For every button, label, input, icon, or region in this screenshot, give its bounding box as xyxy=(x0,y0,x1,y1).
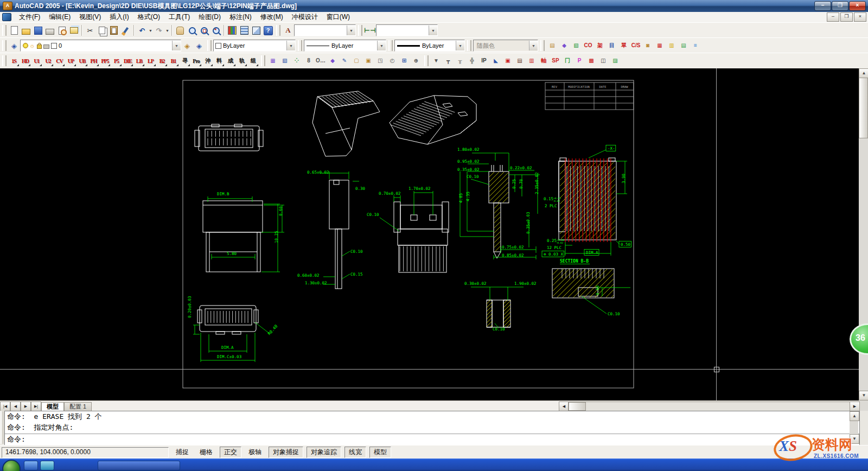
hscroll-thumb[interactable] xyxy=(569,402,586,411)
copy-icon[interactable] xyxy=(96,24,108,36)
menu-工具(T)[interactable]: 工具(T) xyxy=(164,12,194,22)
toolbar-grip[interactable] xyxy=(424,55,429,66)
menu-窗口(W)[interactable]: 窗口(W) xyxy=(322,12,354,22)
punch-tool-0[interactable]: ▼ xyxy=(430,55,442,67)
tool-CV[interactable]: CV xyxy=(54,55,65,67)
menu-文件(F)[interactable]: 文件(F) xyxy=(15,12,44,22)
object-tool-9[interactable]: ▦ xyxy=(654,40,666,52)
scroll-up-icon[interactable]: ▲ xyxy=(859,68,868,78)
draw-tool-0[interactable]: ▦ xyxy=(267,55,279,67)
object-tool-6[interactable]: 單 xyxy=(618,40,630,52)
object-tool-8[interactable]: ◙ xyxy=(642,40,654,52)
menu-插入(I)[interactable]: 插入(I) xyxy=(105,12,133,22)
draw-tool-1[interactable]: ▧ xyxy=(279,55,291,67)
punch-tool-6[interactable]: ▣ xyxy=(502,55,514,67)
undo-dropdown-icon[interactable]: ▼ xyxy=(148,24,153,36)
help-icon[interactable]: ? xyxy=(262,24,274,36)
chevron-down-icon[interactable]: ▼ xyxy=(286,41,295,50)
tool-组[interactable]: 组 xyxy=(247,55,259,67)
vscroll-thumb[interactable] xyxy=(859,78,868,138)
object-tool-7[interactable]: C/S xyxy=(630,40,642,52)
tab-nav-3[interactable]: ▶| xyxy=(31,402,41,411)
close-button[interactable]: × xyxy=(849,1,866,11)
object-tool-4[interactable]: 架 xyxy=(594,40,606,52)
menu-格式(O)[interactable]: 格式(O) xyxy=(133,12,164,22)
toolbar-grip[interactable] xyxy=(261,55,265,66)
tool-成[interactable]: 成 xyxy=(225,55,236,67)
zoom-window-icon[interactable] xyxy=(198,24,210,36)
toggle-对象追踪[interactable]: 对象追踪 xyxy=(307,447,341,458)
text-style-combo[interactable]: ▼ xyxy=(294,24,356,36)
menu-标注(N)[interactable]: 标注(N) xyxy=(225,12,256,22)
toggle-极轴[interactable]: 极轴 xyxy=(245,447,265,457)
toggle-捕捉[interactable]: 捕捉 xyxy=(172,447,193,457)
taskbar-app-icon[interactable] xyxy=(40,461,54,470)
draw-tool-2[interactable]: ⁘ xyxy=(291,55,303,67)
tool-Pro[interactable]: Pro xyxy=(190,55,202,67)
tool-LP[interactable]: LP xyxy=(145,55,156,67)
layer-combo[interactable]: ☼ 0 ▼ xyxy=(20,40,181,52)
tool-U2[interactable]: U2 xyxy=(42,55,54,67)
autocad-app-icon[interactable]: A xyxy=(3,2,12,10)
punch-tool-5[interactable]: ◣ xyxy=(490,55,502,67)
tool-P5[interactable]: P5 xyxy=(111,55,122,67)
toggle-正交[interactable]: 正交 xyxy=(220,447,241,458)
menu-编辑(E)[interactable]: 编辑(E) xyxy=(44,12,75,22)
toolbar-grip[interactable] xyxy=(467,40,471,51)
tool-1S[interactable]: 1S xyxy=(8,55,20,67)
object-tool-3[interactable]: CO xyxy=(582,40,594,52)
restore-button[interactable]: ❐ xyxy=(832,1,848,11)
toggle-对象捕捉[interactable]: 对象捕捉 xyxy=(269,447,303,458)
tab-nav-0[interactable]: |◀ xyxy=(0,402,10,411)
tool-B1[interactable]: B1 xyxy=(168,55,179,67)
draw-tool-3[interactable]: 8 xyxy=(303,55,315,67)
coordinate-display[interactable]: 1461.7698, 104.0006, 0.0000 xyxy=(2,447,169,458)
tool-料[interactable]: 料 xyxy=(213,55,225,67)
make-layer-icon[interactable]: ◈ xyxy=(181,40,193,52)
plot-icon[interactable] xyxy=(44,24,56,36)
punch-tool-10[interactable]: SP xyxy=(550,55,561,67)
chevron-down-icon[interactable]: ▼ xyxy=(347,26,355,35)
tool-PP5[interactable]: PP5 xyxy=(99,55,111,67)
toolbar-grip[interactable] xyxy=(2,40,7,51)
chevron-down-icon[interactable]: ▼ xyxy=(377,41,386,50)
menu-修改(M)[interactable]: 修改(M) xyxy=(256,12,288,22)
draw-tool-10[interactable]: ◴ xyxy=(386,55,398,67)
redo-dropdown-icon[interactable]: ▼ xyxy=(165,24,170,36)
pan-icon[interactable] xyxy=(174,24,186,36)
dim-style-combo[interactable]: ▼ xyxy=(376,24,438,36)
punch-tool-13[interactable]: ▩ xyxy=(585,55,597,67)
tool-U1[interactable]: U1 xyxy=(31,55,42,67)
chevron-down-icon[interactable]: ▼ xyxy=(172,41,181,50)
toolpalettes-icon[interactable] xyxy=(250,24,262,36)
punch-tool-2[interactable]: ╥ xyxy=(454,55,466,67)
new-icon[interactable] xyxy=(8,24,20,36)
scroll-down-icon[interactable]: ▼ xyxy=(859,391,868,400)
tool-LB[interactable]: LB xyxy=(133,55,145,67)
object-tool-0[interactable]: ▤ xyxy=(546,40,558,52)
draw-tool-7[interactable]: ▢ xyxy=(350,55,362,67)
horizontal-scrollbar[interactable] xyxy=(568,402,851,411)
object-tool-1[interactable]: ◆ xyxy=(558,40,570,52)
punch-tool-9[interactable]: 軸 xyxy=(538,55,550,67)
document-icon[interactable] xyxy=(2,13,11,21)
tool-DIE[interactable]: DIE xyxy=(122,55,133,67)
tab-nav-2[interactable]: ▶ xyxy=(21,402,31,411)
object-tool-5[interactable]: 目 xyxy=(606,40,618,52)
tab-layout1[interactable]: 配置 1 xyxy=(64,402,92,411)
zoom-realtime-icon[interactable] xyxy=(186,24,198,36)
scroll-up-icon[interactable]: ▲ xyxy=(850,411,859,421)
layer-previous-icon[interactable]: ◈ xyxy=(193,40,205,52)
punch-tool-3[interactable]: ╬ xyxy=(466,55,478,67)
cut-icon[interactable]: ✂ xyxy=(84,24,96,36)
object-tool-10[interactable]: ▥ xyxy=(666,40,678,52)
draw-tool-6[interactable]: ✎ xyxy=(339,55,350,67)
punch-tool-4[interactable]: IP xyxy=(478,55,490,67)
drawing-canvas[interactable]: REVMODIFICATIONDATEDRAW xyxy=(0,68,859,400)
punch-tool-15[interactable]: ▨ xyxy=(609,55,621,67)
designcenter-icon[interactable] xyxy=(238,24,250,36)
toggle-线宽[interactable]: 线宽 xyxy=(344,447,366,458)
punch-tool-12[interactable]: P xyxy=(573,55,585,67)
toolbar-grip[interactable] xyxy=(298,40,302,51)
toolbar-grip[interactable] xyxy=(388,40,393,51)
